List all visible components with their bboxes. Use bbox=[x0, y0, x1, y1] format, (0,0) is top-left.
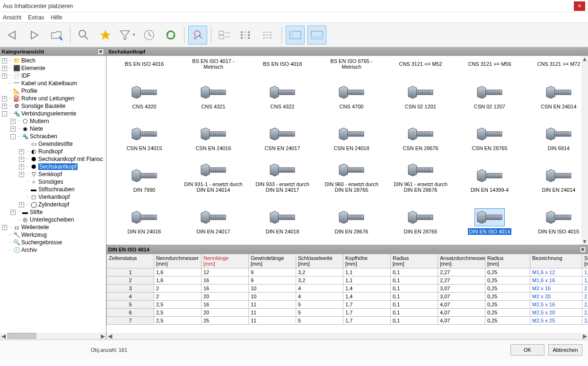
table-header[interactable]: Kopfhöhe[mm] bbox=[343, 254, 391, 268]
tree-item[interactable]: ⋯🔧Werkzeug bbox=[0, 231, 106, 239]
grid-item[interactable]: DIN EN 24017 bbox=[180, 195, 246, 235]
tree-expander-icon[interactable]: + bbox=[2, 73, 7, 79]
table-header[interactable]: Nenndurchmesser[mm] bbox=[154, 254, 202, 268]
scroll-down-icon[interactable]: ▼ bbox=[581, 238, 588, 245]
grid-item[interactable]: DIN 960 - ersetzt durch DIN EN 28765 bbox=[318, 153, 385, 193]
grid-item[interactable]: DIN 6914 bbox=[526, 112, 588, 152]
tree-item[interactable]: +⋯▬Stifte bbox=[0, 208, 106, 216]
tree-item[interactable]: ⋯📐Profile bbox=[0, 87, 106, 95]
grid-item[interactable]: DIN EN ISO 4015 bbox=[526, 195, 588, 235]
grid-item[interactable]: CNS 3121 <= M52 bbox=[387, 58, 454, 68]
table-header[interactable]: Ansatzdurchmesser[mm] bbox=[438, 254, 485, 268]
grid-item[interactable]: DIN EN 24016 bbox=[111, 195, 177, 235]
tree-expander-icon[interactable]: - bbox=[2, 111, 7, 116]
scroll-right-icon[interactable]: ▶ bbox=[99, 333, 106, 339]
open-folder-button[interactable] bbox=[47, 26, 66, 45]
table-row[interactable]: 32161041,40,13,070,25M2 x 162 bbox=[107, 285, 588, 293]
grid-item[interactable]: BS EN ISO 4017 - Metrisch bbox=[180, 58, 246, 68]
tree-expander-icon[interactable]: - bbox=[10, 134, 16, 139]
table-hscrollbar[interactable]: ◀ ▶ bbox=[106, 333, 588, 339]
grid-item[interactable]: BS EN ISO 4016 bbox=[111, 58, 177, 68]
tree-item[interactable]: ⋯◎Unterlegscheiben bbox=[0, 216, 106, 223]
table-header[interactable]: Bezeichnung bbox=[530, 254, 582, 268]
scroll-left-icon[interactable]: ◀ bbox=[106, 333, 113, 339]
table-header[interactable]: Radius[mm] bbox=[391, 254, 438, 268]
tree-item[interactable]: +⋯⬢Sechskantkopf mit Flansc bbox=[0, 155, 106, 163]
grid-item[interactable]: CSN EN 24018 bbox=[318, 112, 385, 152]
tree-expander-icon[interactable]: + bbox=[2, 58, 7, 63]
tree-expander-icon[interactable]: + bbox=[2, 66, 7, 71]
cancel-button[interactable]: Abbrechen bbox=[548, 344, 582, 356]
grid-item[interactable]: DIN 961 - ersetzt durch DIN EN 28676 bbox=[387, 153, 454, 193]
scroll-left-icon[interactable]: ◀ bbox=[0, 333, 7, 339]
tree-item[interactable]: +⋯▽Senkkopf bbox=[0, 170, 106, 178]
grid-item[interactable]: DIN 933 - ersetzt durch DIN EN 24017 bbox=[249, 153, 316, 193]
view-list-button[interactable] bbox=[237, 26, 256, 45]
tree-expander-icon[interactable]: + bbox=[19, 157, 24, 162]
tree-item[interactable]: +⋯⚙Sonstige Bauteile bbox=[0, 102, 106, 110]
table-row[interactable]: 72,5251151,70,14,070,25M2,5 x 252,5 bbox=[107, 317, 588, 325]
table-header[interactable]: Nennlänge[mm] bbox=[202, 254, 249, 268]
menu-hilfe[interactable]: Hilfe bbox=[51, 14, 62, 21]
grid-item[interactable]: DIN EN 14399-4 bbox=[456, 153, 523, 193]
grid-item[interactable]: DIN 7990 bbox=[111, 153, 177, 193]
grid-item[interactable]: DIN EN 24018 bbox=[249, 195, 316, 235]
table-row[interactable]: 11,61293,21,10,12,270,25M1,6 x 121,6 bbox=[107, 268, 588, 277]
grid-item[interactable]: CNS 4321 bbox=[180, 70, 246, 110]
forward-button[interactable] bbox=[26, 26, 44, 45]
grid-item[interactable]: CSN EN 28676 bbox=[387, 112, 454, 152]
tree-expander-icon[interactable]: + bbox=[19, 164, 24, 170]
menu-ansicht[interactable]: Ansicht bbox=[3, 14, 21, 21]
grid-item[interactable]: DIN EN 24014 bbox=[526, 153, 588, 193]
table-row[interactable]: 62,5201151,70,14,070,25M2,5 x 202,5 bbox=[107, 309, 588, 317]
tree-item[interactable]: +⋯📁Blech bbox=[0, 57, 106, 64]
tree-item[interactable]: +⋯⛽Rohre und Leitungen bbox=[0, 95, 106, 102]
tree-expander-icon[interactable]: + bbox=[10, 210, 16, 215]
table-header[interactable]: Radius[mm] bbox=[485, 254, 530, 268]
favorite-button[interactable] bbox=[96, 26, 115, 45]
tree-item[interactable]: ⋯○Sonstiges bbox=[0, 178, 106, 186]
tree-expander-icon[interactable]: + bbox=[2, 225, 7, 230]
tree-item[interactable]: ⋯🕘Archiv bbox=[0, 246, 106, 254]
ok-button[interactable]: OK bbox=[510, 344, 544, 356]
tree-item[interactable]: ⋯◻Vierkantkopf bbox=[0, 193, 106, 201]
menu-extras[interactable]: Extras bbox=[28, 14, 44, 21]
tree-expander-icon[interactable]: + bbox=[2, 104, 7, 109]
filter-button[interactable]: ▼ bbox=[118, 26, 137, 45]
grid-item[interactable]: DIN EN ISO 4014 bbox=[456, 195, 523, 235]
category-tree[interactable]: +⋯📁Blech+⋯⬛Elemente+⋯📄IDF⋯〰Kabel und Kab… bbox=[0, 56, 106, 334]
detail-table[interactable]: ZeilenstatusNenndurchmesser[mm]Nennlänge… bbox=[106, 254, 588, 325]
table-row[interactable]: 52,5161151,70,14,070,25M2,5 x 162,5 bbox=[107, 301, 588, 309]
grid-item[interactable]: CNS 4322 bbox=[249, 70, 316, 110]
table-header[interactable]: Zeilenstatus bbox=[107, 254, 154, 268]
tree-item[interactable]: ⋯▬Stiftschrauben bbox=[0, 186, 106, 193]
grid-item[interactable]: CSN EN 24015 bbox=[111, 112, 177, 152]
tree-item[interactable]: ⋯〰Kabel und Kabelbaum bbox=[0, 80, 106, 87]
tree-expander-icon[interactable]: + bbox=[10, 119, 16, 124]
history-button[interactable] bbox=[140, 26, 158, 45]
tree-item[interactable]: +⋯⬢Sechskantkopf bbox=[0, 163, 106, 170]
tree-expander-icon[interactable]: + bbox=[2, 96, 7, 101]
scroll-up-icon[interactable]: ▲ bbox=[581, 56, 588, 62]
refresh-button[interactable] bbox=[161, 26, 180, 45]
grid-item[interactable]: DIN 931-1 - ersetzt durch DIN EN 24014 bbox=[180, 153, 246, 193]
table-panel-close-icon[interactable]: ✕ bbox=[579, 246, 586, 253]
tree-item[interactable]: +⋯⚏Wellenteile bbox=[0, 223, 106, 231]
tree-expander-icon[interactable]: + bbox=[19, 172, 24, 177]
grid-item[interactable]: BS EN ISO 8765 - Metrisch bbox=[318, 58, 385, 68]
grid-item[interactable]: CNS 3121 >= M56 bbox=[456, 58, 523, 68]
tree-item[interactable]: -⋯🔩Schrauben bbox=[0, 133, 106, 140]
back-button[interactable] bbox=[4, 26, 23, 45]
scroll-right-icon[interactable]: ▶ bbox=[581, 333, 588, 339]
tree-hscrollbar[interactable]: ◀ ▶ bbox=[0, 333, 106, 339]
view-large-button[interactable] bbox=[215, 26, 234, 45]
table-header[interactable]: Sch[mm bbox=[582, 254, 588, 268]
panel-tree-button[interactable] bbox=[286, 26, 305, 45]
view-detail-button[interactable] bbox=[259, 26, 278, 45]
tree-expander-icon[interactable]: + bbox=[19, 202, 24, 207]
tree-item[interactable]: +⋯◐Rundkopf bbox=[0, 148, 106, 155]
table-header[interactable]: Schlüsselweite[mm] bbox=[296, 254, 343, 268]
place-button[interactable]: + bbox=[188, 26, 207, 45]
grid-item[interactable]: CSN EN 28765 bbox=[456, 112, 523, 152]
grid-item[interactable]: CSN 02 1207 bbox=[456, 70, 523, 110]
